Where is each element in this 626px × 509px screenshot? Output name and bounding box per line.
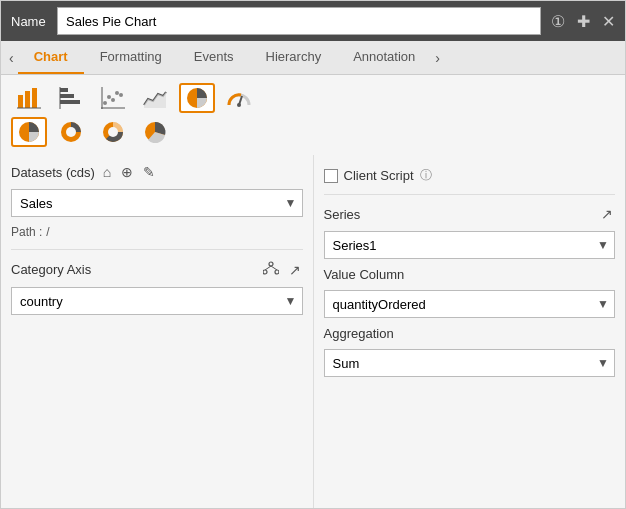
path-value: / [46, 225, 49, 239]
axis-header-icons: ↗ [261, 260, 303, 279]
help-icon[interactable]: ① [551, 12, 565, 31]
chart-type-pie[interactable] [179, 83, 215, 113]
client-script-info-icon[interactable]: ⓘ [420, 167, 432, 184]
datasets-header: Datasets (cds) ⌂ ⊕ ✎ [11, 163, 303, 181]
series-arrow-btn[interactable]: ↗ [599, 205, 615, 223]
svg-point-25 [269, 262, 273, 266]
category-axis-select-wrapper: country ▼ [11, 287, 303, 315]
tab-bar: ‹ Chart Formatting Events Hierarchy Anno… [1, 41, 625, 75]
aggregation-label: Aggregation [324, 326, 394, 341]
svg-point-23 [108, 127, 118, 137]
header-icons: ① ✚ ✕ [551, 12, 615, 31]
datasets-home-btn[interactable]: ⌂ [101, 163, 113, 181]
series-select[interactable]: Series1 [324, 231, 616, 259]
category-axis-label: Category Axis [11, 262, 91, 277]
chart-type-pie-full[interactable] [11, 117, 47, 147]
chart-type-gauge[interactable] [221, 83, 257, 113]
aggregation-select[interactable]: Sum [324, 349, 616, 377]
category-axis-select[interactable]: country [11, 287, 303, 315]
left-panel: Datasets (cds) ⌂ ⊕ ✎ Sales ▼ Path : / Ca… [1, 155, 314, 508]
axis-arrow-btn[interactable]: ↗ [287, 260, 303, 279]
svg-point-8 [103, 101, 107, 105]
tab-prev-button[interactable]: ‹ [5, 42, 18, 74]
svg-point-18 [237, 103, 241, 107]
datasets-select-wrapper: Sales ▼ [11, 189, 303, 217]
chart-type-donut2[interactable] [95, 117, 131, 147]
value-column-header: Value Column [324, 267, 616, 282]
value-column-select-wrapper: quantityOrdered ▼ [324, 290, 616, 318]
svg-rect-1 [25, 91, 30, 108]
header: Name ① ✚ ✕ [1, 1, 625, 41]
svg-point-10 [111, 98, 115, 102]
client-script-row: Client Script ⓘ [324, 167, 616, 184]
chart-type-hbar[interactable] [53, 83, 89, 113]
svg-point-9 [107, 95, 111, 99]
content-area: Datasets (cds) ⌂ ⊕ ✎ Sales ▼ Path : / Ca… [1, 155, 625, 508]
svg-rect-2 [32, 88, 37, 108]
chart-icon-row-2 [11, 117, 615, 147]
svg-line-28 [265, 266, 271, 270]
tab-next-button[interactable]: › [431, 42, 444, 74]
path-row: Path : / [11, 225, 303, 239]
value-column-label: Value Column [324, 267, 405, 282]
move-icon[interactable]: ✚ [577, 12, 590, 31]
close-icon[interactable]: ✕ [602, 12, 615, 31]
value-column-select[interactable]: quantityOrdered [324, 290, 616, 318]
svg-line-29 [271, 266, 277, 270]
svg-point-11 [115, 91, 119, 95]
chart-icon-row-1 [11, 83, 615, 113]
tab-hierarchy[interactable]: Hierarchy [250, 41, 338, 74]
svg-point-21 [66, 127, 76, 137]
chart-type-pie3[interactable] [137, 117, 173, 147]
client-script-label: Client Script [344, 168, 414, 183]
chart-type-bar[interactable] [11, 83, 47, 113]
svg-point-26 [263, 270, 267, 274]
datasets-edit-btn[interactable]: ✎ [141, 163, 157, 181]
chart-icons-section [1, 75, 625, 155]
chart-type-scatter[interactable] [95, 83, 131, 113]
svg-rect-6 [60, 100, 80, 104]
aggregation-select-wrapper: Sum ▼ [324, 349, 616, 377]
chart-type-donut[interactable] [53, 117, 89, 147]
name-label: Name [11, 14, 47, 29]
divider [11, 249, 303, 250]
tab-formatting[interactable]: Formatting [84, 41, 178, 74]
tab-chart[interactable]: Chart [18, 41, 84, 74]
svg-point-12 [119, 93, 123, 97]
svg-rect-5 [60, 94, 74, 98]
path-label: Path : [11, 225, 42, 239]
series-select-wrapper: Series1 ▼ [324, 231, 616, 259]
main-panel: Name ① ✚ ✕ ‹ Chart Formatting Events Hie… [0, 0, 626, 509]
axis-network-btn[interactable] [261, 260, 281, 279]
client-script-checkbox[interactable] [324, 169, 338, 183]
datasets-select[interactable]: Sales [11, 189, 303, 217]
series-header: Series ↗ [324, 205, 616, 223]
right-panel: Client Script ⓘ Series ↗ Series1 ▼ Value… [314, 155, 626, 508]
tab-annotation[interactable]: Annotation [337, 41, 431, 74]
name-input[interactable] [57, 7, 541, 35]
svg-rect-0 [18, 95, 23, 108]
tab-events[interactable]: Events [178, 41, 250, 74]
category-axis-header: Category Axis ↗ [11, 260, 303, 279]
series-label: Series [324, 207, 361, 222]
svg-rect-4 [60, 88, 68, 92]
datasets-label: Datasets (cds) [11, 165, 95, 180]
right-divider [324, 194, 616, 195]
aggregation-header: Aggregation [324, 326, 616, 341]
datasets-add-btn[interactable]: ⊕ [119, 163, 135, 181]
chart-type-line[interactable] [137, 83, 173, 113]
svg-point-27 [275, 270, 279, 274]
